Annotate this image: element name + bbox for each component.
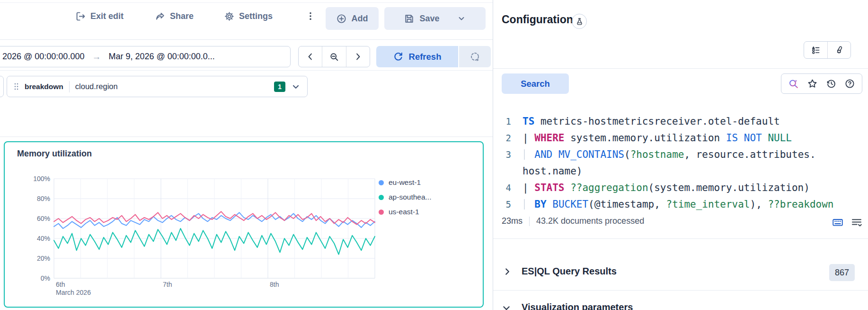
breakdown-control[interactable]: breakdown cloud.region 1 — [7, 76, 308, 97]
svg-text:March 2026: March 2026 — [56, 289, 91, 296]
zoom-out-button[interactable] — [322, 46, 345, 67]
esql-query-editor[interactable]: 1TS metrics-hostmetricsreceiver.otel-def… — [493, 113, 868, 212]
legend-item[interactable]: us-east-1 — [379, 208, 431, 216]
query-code: | WHERE system.memory.utilization IS NOT… — [511, 132, 792, 144]
exit-edit-icon — [76, 11, 86, 21]
ai-assist-icon[interactable] — [788, 79, 799, 89]
status-separator — [529, 217, 530, 226]
tech-preview-flask-icon[interactable] — [572, 14, 587, 29]
viz-chevron-down-icon[interactable] — [502, 303, 511, 310]
add-button[interactable]: Add — [326, 7, 379, 30]
top-hairline — [0, 2, 493, 3]
editor-tools-group — [781, 73, 862, 94]
time-nav-group — [298, 46, 370, 67]
svg-text:40%: 40% — [37, 235, 50, 242]
time-back-button[interactable] — [299, 46, 322, 67]
query-line: 4| STATS ??aggregation(system.memory.uti… — [493, 179, 868, 196]
svg-text:60%: 60% — [37, 215, 50, 222]
gear-icon — [224, 11, 234, 21]
control-stub-cutoff[interactable] — [0, 76, 4, 97]
query-results-title[interactable]: ES|QL Query Results — [522, 266, 617, 277]
query-code: host.name) — [511, 165, 582, 177]
query-line: 5 BY BUCKET(@timestamp, ?time_interval),… — [493, 196, 868, 212]
time-range-end[interactable]: Mar 9, 2026 @ 00:00:00.0... — [108, 52, 214, 62]
drag-handle-icon[interactable] — [14, 82, 19, 91]
query-line: 1TS metrics-hostmetricsreceiver.otel-def… — [493, 113, 868, 129]
time-range-arrow: → — [92, 52, 101, 62]
refresh-label: Refresh — [409, 52, 442, 62]
time-range-start[interactable]: 2026 @ 00:00:00.000 — [2, 52, 84, 62]
query-line: host.name) — [493, 163, 868, 179]
line-number: 1 — [493, 116, 511, 127]
legend-label: eu-west-1 — [389, 178, 421, 187]
breakdown-chevron-icon[interactable] — [291, 82, 301, 91]
line-number: 4 — [493, 182, 511, 193]
breakdown-count-badge: 1 — [274, 82, 285, 92]
search-button[interactable]: Search — [502, 73, 569, 94]
query-status-bar: 23ms 43.2K documents processed — [502, 216, 644, 226]
query-code: TS metrics-hostmetricsreceiver.otel-defa… — [511, 116, 780, 127]
memory-utilization-panel[interactable]: Memory utilization 0%20%40%60%80%100%6th… — [4, 141, 484, 308]
query-code: AND MV_CONTAINS(?hostname, resource.attr… — [511, 149, 816, 160]
legend-item[interactable]: eu-west-1 — [379, 178, 431, 187]
viz-section-divider — [493, 290, 868, 291]
query-history-icon[interactable] — [826, 79, 836, 89]
query-line: 2| WHERE system.memory.utilization IS NO… — [493, 129, 868, 146]
chart-legend: eu-west-1ap-southea...us-east-1 — [379, 178, 431, 216]
legend-label: ap-southea... — [389, 193, 431, 201]
exit-edit-button[interactable]: Exit edit — [76, 11, 124, 21]
save-button[interactable]: Save — [384, 7, 486, 30]
share-button[interactable]: Share — [155, 11, 194, 21]
legend-dot — [379, 210, 384, 215]
chart-title: Memory utilization — [17, 149, 92, 159]
svg-text:8th: 8th — [270, 281, 279, 288]
memory-utilization-chart[interactable]: 0%20%40%60%80%100%6th7th8thMarch 2026 — [5, 142, 483, 307]
add-label: Add — [352, 14, 368, 24]
plus-circle-icon — [337, 14, 346, 24]
svg-text:20%: 20% — [37, 255, 50, 262]
line-number: 3 — [493, 149, 511, 160]
style-brush-button[interactable] — [827, 42, 851, 58]
more-options-menu-icon[interactable] — [306, 11, 315, 21]
settings-label: Settings — [239, 11, 273, 21]
results-section-divider — [493, 238, 868, 239]
favorite-star-icon[interactable] — [807, 79, 817, 89]
share-label: Share — [170, 11, 194, 21]
breakdown-label: breakdown — [25, 82, 63, 91]
svg-text:100%: 100% — [33, 175, 50, 182]
settings-button[interactable]: Settings — [224, 11, 273, 21]
documents-processed: 43.2K documents processed — [536, 216, 644, 226]
layer-list-button[interactable] — [804, 42, 827, 58]
keyboard-shortcuts-icon[interactable] — [832, 217, 843, 228]
line-number: 5 — [493, 199, 511, 210]
querybar-divider — [0, 70, 493, 71]
save-icon — [404, 14, 414, 24]
results-chevron-right-icon[interactable] — [503, 267, 512, 276]
auto-refresh-icon — [470, 52, 480, 62]
time-range-picker[interactable]: 2026 @ 00:00:00.000 → Mar 9, 2026 @ 00:0… — [0, 46, 291, 67]
dashboard-app: Exit edit Share Settings Add Save 2026 @ — [0, 0, 868, 310]
refresh-button[interactable]: Refresh — [376, 46, 458, 67]
toolbar-divider — [0, 39, 493, 40]
query-code: BY BUCKET(@timestamp, ?time_interval), ?… — [511, 199, 834, 210]
svg-text:0%: 0% — [41, 274, 50, 282]
refresh-icon — [393, 52, 403, 62]
share-icon — [155, 11, 165, 21]
breakdown-separator — [69, 81, 70, 92]
legend-label: us-east-1 — [389, 208, 419, 216]
panel-view-toggle-group — [804, 41, 851, 59]
help-icon[interactable] — [845, 79, 855, 89]
results-count-badge: 867 — [829, 264, 855, 281]
auto-refresh-button[interactable] — [459, 46, 491, 67]
time-forward-button[interactable] — [346, 46, 370, 67]
search-label: Search — [521, 79, 550, 89]
viz-parameters-title[interactable]: Visualization parameters — [522, 302, 633, 310]
svg-text:7th: 7th — [163, 281, 172, 288]
save-menu-chevron-icon[interactable] — [457, 14, 466, 23]
breakdown-value: cloud.region — [75, 82, 118, 91]
svg-text:6th: 6th — [56, 281, 65, 288]
legend-dot — [379, 180, 384, 185]
legend-item[interactable]: ap-southea... — [379, 193, 431, 201]
config-header-divider — [493, 68, 868, 69]
editor-footer-menu-icon[interactable] — [851, 217, 862, 228]
